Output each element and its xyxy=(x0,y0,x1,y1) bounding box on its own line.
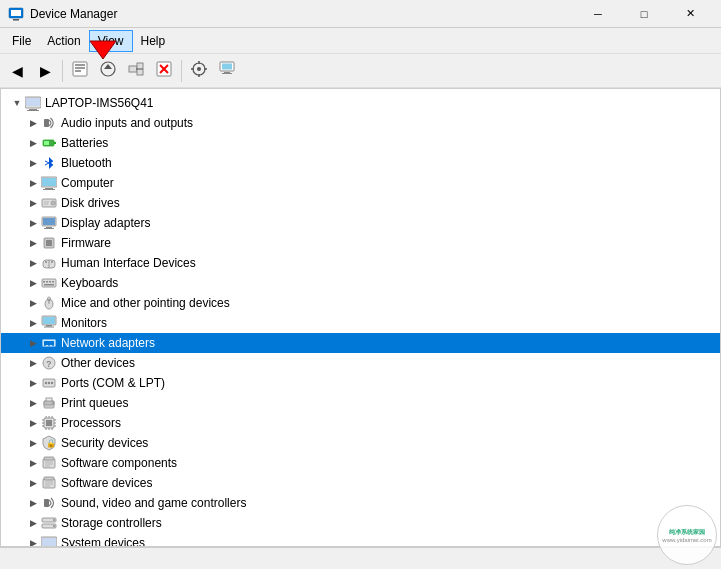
security-label: Security devices xyxy=(61,436,148,450)
svg-rect-50 xyxy=(46,240,52,246)
firmware-toggle[interactable]: ▶ xyxy=(25,235,41,251)
device-tree: ▼ LAPTOP-IMS56Q41 ▶ Audio xyxy=(1,89,720,547)
softwarecomp-toggle[interactable]: ▶ xyxy=(25,455,41,471)
sound-icon xyxy=(41,495,57,511)
network-label: Network adapters xyxy=(61,336,155,350)
tree-item-storage[interactable]: ▶ Storage controllers xyxy=(1,513,720,533)
tree-item-other[interactable]: ▶ ? Other devices xyxy=(1,353,720,373)
tree-item-mice[interactable]: ▶ Mice and other pointing devices xyxy=(1,293,720,313)
svg-rect-29 xyxy=(27,110,39,111)
tree-root[interactable]: ▼ LAPTOP-IMS56Q41 xyxy=(1,93,720,113)
keyboards-toggle[interactable]: ▶ xyxy=(25,275,41,291)
mice-toggle[interactable]: ▶ xyxy=(25,295,41,311)
title-bar-label: Device Manager xyxy=(30,7,575,21)
svg-rect-25 xyxy=(222,73,232,74)
svg-rect-30 xyxy=(44,119,49,127)
processors-label: Processors xyxy=(61,416,121,430)
minimize-button[interactable]: ─ xyxy=(575,0,621,28)
tree-item-keyboards[interactable]: ▶ Keyboards xyxy=(1,273,720,293)
computer-button[interactable] xyxy=(214,58,240,84)
root-toggle[interactable]: ▼ xyxy=(9,95,25,111)
tree-item-security[interactable]: ▶ 🔒 Security devices xyxy=(1,433,720,453)
audio-icon xyxy=(41,115,57,131)
tree-item-monitors[interactable]: ▶ Monitors xyxy=(1,313,720,333)
scan-button[interactable] xyxy=(186,58,212,84)
print-toggle[interactable]: ▶ xyxy=(25,395,41,411)
root-icon xyxy=(25,95,41,111)
computer-icon xyxy=(218,60,236,81)
security-toggle[interactable]: ▶ xyxy=(25,435,41,451)
menu-action[interactable]: Action xyxy=(39,30,88,52)
svg-rect-58 xyxy=(49,281,51,283)
maximize-button[interactable]: □ xyxy=(621,0,667,28)
print-icon xyxy=(41,395,57,411)
menu-help[interactable]: Help xyxy=(133,30,174,52)
tree-item-system[interactable]: ▶ System devices xyxy=(1,533,720,547)
svg-rect-59 xyxy=(52,281,54,283)
back-button[interactable]: ◀ xyxy=(4,58,30,84)
forward-button[interactable]: ▶ xyxy=(32,58,58,84)
tree-item-print[interactable]: ▶ Print queues xyxy=(1,393,720,413)
print-label: Print queues xyxy=(61,396,128,410)
processors-toggle[interactable]: ▶ xyxy=(25,415,41,431)
system-toggle[interactable]: ▶ xyxy=(25,535,41,547)
tree-item-softwarecomp[interactable]: ▶ Software components xyxy=(1,453,720,473)
uninstall-button[interactable] xyxy=(151,58,177,84)
hid-toggle[interactable]: ▶ xyxy=(25,255,41,271)
display-toggle[interactable]: ▶ xyxy=(25,215,41,231)
properties-icon xyxy=(71,60,89,81)
tree-item-hid[interactable]: ▶ Human Interface Devices xyxy=(1,253,720,273)
device-tree-panel[interactable]: ▼ LAPTOP-IMS56Q41 ▶ Audio xyxy=(0,88,721,547)
svg-rect-24 xyxy=(224,72,230,73)
tree-item-network[interactable]: ▶ Network adapters xyxy=(1,333,720,353)
softwarecomp-icon xyxy=(41,455,57,471)
storage-toggle[interactable]: ▶ xyxy=(25,515,41,531)
security-icon: 🔒 xyxy=(41,435,57,451)
batteries-toggle[interactable]: ▶ xyxy=(25,135,41,151)
root-label: LAPTOP-IMS56Q41 xyxy=(45,96,154,110)
tree-item-disk[interactable]: ▶ Disk drives xyxy=(1,193,720,213)
computer-toggle[interactable]: ▶ xyxy=(25,175,41,191)
network-toggle[interactable]: ▶ xyxy=(25,335,41,351)
tree-item-batteries[interactable]: ▶ Batteries xyxy=(1,133,720,153)
sound-toggle[interactable]: ▶ xyxy=(25,495,41,511)
update-driver-button[interactable] xyxy=(95,58,121,84)
tree-item-audio[interactable]: ▶ Audio inputs and outputs xyxy=(1,113,720,133)
toolbar-separator-2 xyxy=(181,60,182,82)
audio-toggle[interactable]: ▶ xyxy=(25,115,41,131)
tree-item-display[interactable]: ▶ Display adapters xyxy=(1,213,720,233)
ports-toggle[interactable]: ▶ xyxy=(25,375,41,391)
menu-view[interactable]: View xyxy=(89,30,133,52)
tree-item-softwaredev[interactable]: ▶ Software devices xyxy=(1,473,720,493)
svg-marker-9 xyxy=(104,64,112,69)
svg-rect-67 xyxy=(44,327,54,328)
bluetooth-icon xyxy=(41,155,57,171)
tree-item-firmware[interactable]: ▶ Firmware xyxy=(1,233,720,253)
tree-item-processors[interactable]: ▶ Proces xyxy=(1,413,720,433)
svg-rect-60 xyxy=(44,284,54,286)
toolbar: ◀ ▶ xyxy=(0,54,721,88)
close-button[interactable]: ✕ xyxy=(667,0,713,28)
rollback-icon xyxy=(127,60,145,81)
svg-point-76 xyxy=(45,382,47,384)
disk-toggle[interactable]: ▶ xyxy=(25,195,41,211)
softwaredev-toggle[interactable]: ▶ xyxy=(25,475,41,491)
monitors-toggle[interactable]: ▶ xyxy=(25,315,41,331)
other-toggle[interactable]: ▶ xyxy=(25,355,41,371)
tree-item-ports[interactable]: ▶ Ports (COM & LPT) xyxy=(1,373,720,393)
bluetooth-toggle[interactable]: ▶ xyxy=(25,155,41,171)
tree-item-bluetooth[interactable]: ▶ Bluetooth xyxy=(1,153,720,173)
mice-label: Mice and other pointing devices xyxy=(61,296,230,310)
svg-rect-2 xyxy=(13,19,19,21)
tree-item-computer[interactable]: ▶ Computer xyxy=(1,173,720,193)
bluetooth-label: Bluetooth xyxy=(61,156,112,170)
properties-button[interactable] xyxy=(67,58,93,84)
svg-rect-69 xyxy=(44,341,54,345)
rollback-button[interactable] xyxy=(123,58,149,84)
menu-file[interactable]: File xyxy=(4,30,39,52)
svg-rect-86 xyxy=(46,420,52,426)
tree-item-sound[interactable]: ▶ Sound, video and game controllers xyxy=(1,493,720,513)
processors-icon xyxy=(41,415,57,431)
network-icon xyxy=(41,335,57,351)
app-icon xyxy=(8,6,24,22)
